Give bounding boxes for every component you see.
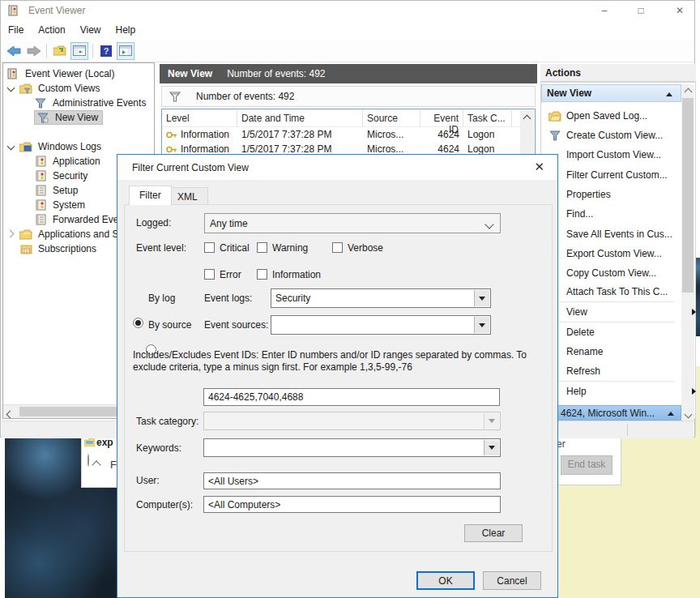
tree-item-applications-services[interactable]: Applications and Se: [19, 227, 126, 241]
collapse-chevron-icon[interactable]: [6, 230, 15, 238]
filter-funnel-icon: [169, 91, 181, 102]
open-folder-icon: [548, 110, 561, 122]
tree-item-security[interactable]: Security: [34, 169, 90, 183]
end-task-button[interactable]: End task: [561, 455, 612, 475]
actions-scroll-up-icon[interactable]: [681, 84, 694, 97]
help-icon[interactable]: ?: [97, 42, 115, 60]
by-log-label[interactable]: By log: [148, 293, 175, 304]
action-rename[interactable]: Rename: [544, 342, 700, 361]
action-import-custom-view[interactable]: Import Custom View...: [544, 145, 700, 164]
keywords-combo[interactable]: [203, 438, 501, 457]
action-attach-task[interactable]: Attach Task To This C...: [544, 282, 700, 301]
scroll-left-icon[interactable]: [7, 408, 13, 420]
action-find[interactable]: Find...: [544, 204, 700, 224]
action-save-all-events[interactable]: Save All Events in Cus...: [544, 224, 700, 244]
error-label[interactable]: Error: [220, 269, 241, 280]
combo-dropdown-button[interactable]: [474, 317, 489, 333]
logged-dropdown[interactable]: Any time: [204, 213, 501, 233]
table-row[interactable]: Information 1/5/2017 7:37:28 PM Micros..…: [162, 127, 535, 142]
by-source-label[interactable]: By source: [148, 319, 191, 331]
action-delete[interactable]: Delete: [544, 322, 700, 342]
clear-button[interactable]: Clear: [464, 524, 523, 542]
collapse-group-icon[interactable]: [668, 412, 674, 416]
tab-filter[interactable]: Filter: [129, 186, 172, 205]
table-scroll-up-icon[interactable]: [520, 110, 534, 125]
tree-item-custom-views[interactable]: Custom Views: [19, 81, 102, 96]
expand-chevron-icon[interactable]: [7, 84, 15, 92]
close-button[interactable]: ✕: [672, 4, 687, 17]
col-level[interactable]: Level: [162, 110, 237, 126]
tree-item-administrative-events[interactable]: Administrative Events: [34, 96, 148, 110]
minimize-button[interactable]: –: [597, 4, 612, 17]
tree-item-system[interactable]: System: [34, 198, 88, 212]
cancel-button[interactable]: Cancel: [483, 571, 541, 590]
tab-xml[interactable]: XML: [167, 187, 208, 205]
tree-item-root[interactable]: Event Viewer (Local): [6, 66, 117, 81]
user-input[interactable]: [203, 472, 501, 489]
taskmgr-fragment-right: er End task: [553, 436, 621, 485]
tree-item-subscriptions[interactable]: Subscriptions: [19, 241, 99, 256]
submenu-arrow-icon: [692, 388, 696, 395]
menu-help[interactable]: Help: [109, 21, 143, 39]
tree-item-forwarded-events[interactable]: Forwarded Ever: [34, 212, 124, 227]
combo-dropdown-button[interactable]: [484, 440, 499, 455]
tree-item-new-view[interactable]: New View: [34, 110, 103, 125]
dialog-close-icon[interactable]: ✕: [534, 160, 544, 174]
action-open-saved-log[interactable]: Open Saved Log...: [544, 106, 680, 126]
back-icon[interactable]: [5, 42, 23, 60]
results-view-name: New View: [168, 68, 212, 79]
warning-checkbox[interactable]: [257, 242, 267, 253]
col-taskcat[interactable]: Task C...: [463, 110, 512, 126]
action-refresh[interactable]: Refresh: [544, 361, 700, 381]
tree-item-windows-logs[interactable]: Windows Logs: [19, 139, 104, 154]
computer-input[interactable]: [203, 496, 501, 513]
event-group-header-selected[interactable]: ent 4624, Microsoft Win...: [540, 405, 681, 421]
maximize-button[interactable]: □: [634, 4, 648, 17]
expand-chevron-icon[interactable]: [7, 143, 15, 151]
critical-label[interactable]: Critical: [220, 242, 250, 254]
open-saved-log-icon[interactable]: [51, 42, 69, 60]
combo-dropdown-button[interactable]: [474, 290, 489, 306]
action-filter-current-custom[interactable]: Filter Current Custom...: [544, 165, 700, 185]
menu-action[interactable]: Action: [31, 21, 72, 39]
action-copy-custom-view[interactable]: Copy Custom View...: [544, 263, 700, 283]
action-create-custom-view[interactable]: Create Custom View...: [544, 126, 680, 145]
event-viewer-root-icon: [6, 68, 19, 79]
menu-view[interactable]: View: [73, 21, 109, 39]
task-category-label: Task category:: [136, 416, 198, 427]
event-ids-input[interactable]: [203, 388, 500, 406]
verbose-label[interactable]: Verbose: [348, 242, 383, 254]
action-properties[interactable]: Properties: [544, 185, 700, 204]
ok-button[interactable]: OK: [416, 571, 475, 590]
fewer-details-icon[interactable]: [88, 454, 89, 467]
tree-item-application[interactable]: Application: [34, 154, 103, 169]
col-eventid[interactable]: Event ID: [420, 110, 463, 126]
menu-file[interactable]: File: [1, 21, 31, 39]
tree-item-setup[interactable]: Setup: [34, 183, 80, 198]
by-log-radio[interactable]: [133, 318, 143, 328]
funnel-icon: [34, 97, 47, 109]
key-icon: [166, 143, 177, 155]
col-source[interactable]: Source: [363, 110, 420, 126]
actions-group-header[interactable]: New View: [541, 84, 681, 102]
event-logs-combo[interactable]: Security: [271, 288, 491, 308]
action-view[interactable]: View: [544, 302, 700, 322]
log-icon: [34, 199, 47, 211]
submenu-arrow-icon: [692, 309, 696, 315]
error-checkbox[interactable]: [204, 269, 215, 280]
information-checkbox[interactable]: [257, 269, 267, 280]
action-export-custom-view[interactable]: Export Custom View...: [544, 244, 700, 263]
action-pane-toggle-icon[interactable]: [117, 42, 134, 60]
action-help[interactable]: Help: [544, 382, 700, 401]
menu-bar: File Action View Help: [1, 20, 694, 41]
verbose-checkbox[interactable]: [332, 242, 343, 253]
information-label[interactable]: Information: [272, 269, 321, 280]
col-datetime[interactable]: Date and Time: [237, 110, 363, 126]
event-sources-combo[interactable]: [271, 315, 491, 335]
critical-checkbox[interactable]: [204, 242, 215, 253]
console-tree-toggle-icon[interactable]: [70, 42, 88, 60]
warning-label[interactable]: Warning: [272, 242, 308, 254]
custom-views-folder-icon: [19, 83, 32, 94]
forward-icon[interactable]: [24, 42, 42, 60]
collapse-group-icon[interactable]: [666, 92, 672, 96]
